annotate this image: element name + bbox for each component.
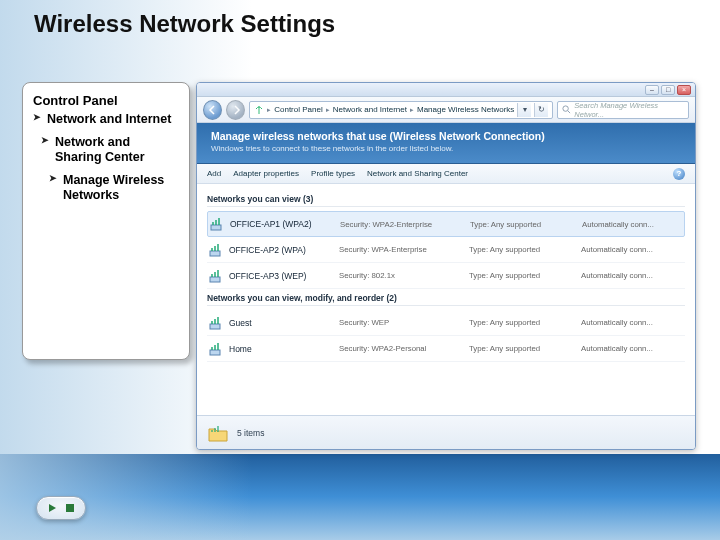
crumb-level-1: Network and Internet [33, 112, 179, 127]
svg-rect-5 [210, 350, 220, 355]
crumb-level-2: Network and Sharing Center [41, 135, 179, 165]
separator-icon: ▸ [410, 106, 414, 114]
network-icon [207, 314, 225, 332]
search-placeholder: Search Manage Wireless Networ... [574, 101, 684, 119]
network-conn: Automatically conn... [581, 245, 685, 254]
crumb[interactable]: Control Panel [274, 105, 322, 114]
network-conn: Automatically conn... [581, 271, 685, 280]
crumb-level-3: Manage Wireless Networks [49, 173, 179, 203]
page-title: Manage wireless networks that use (Wirel… [211, 130, 681, 142]
crumb[interactable]: Network and Internet [333, 105, 407, 114]
network-row[interactable]: OFFICE-AP3 (WEP) Security: 802.1x Type: … [207, 263, 685, 289]
slide-title: Wireless Network Settings [34, 10, 335, 38]
refresh-button[interactable]: ↻ [534, 103, 548, 117]
breadcrumb-panel: Control Panel Network and Internet Netwo… [22, 82, 190, 360]
forward-button[interactable] [226, 100, 245, 120]
toolbar: Add Adapter properties Profile types Net… [197, 164, 695, 184]
status-text: 5 items [237, 428, 264, 438]
network-name: OFFICE-AP2 (WPA) [229, 245, 339, 255]
network-name: OFFICE-AP3 (WEP) [229, 271, 339, 281]
svg-rect-2 [210, 251, 220, 256]
network-name: Guest [229, 318, 339, 328]
close-button[interactable]: × [677, 85, 691, 95]
network-conn: Automatically conn... [581, 344, 685, 353]
arrow-right-icon [231, 105, 241, 115]
section-view-label: Networks you can view (3) [207, 194, 685, 207]
network-security: Security: WPA2-Enterprise [340, 220, 470, 229]
play-icon [46, 502, 58, 514]
page-subtitle: Windows tries to connect to these networ… [211, 144, 681, 153]
separator-icon: ▸ [326, 106, 330, 114]
slide-next-button[interactable] [45, 501, 59, 515]
svg-rect-3 [210, 277, 220, 282]
content-area: Networks you can view (3) OFFICE-AP1 (WP… [197, 184, 695, 362]
network-conn: Automatically conn... [581, 318, 685, 327]
svg-rect-6 [66, 504, 74, 512]
address-bar[interactable]: ▸ Control Panel ▸ Network and Internet ▸… [249, 101, 553, 119]
slide-stop-button[interactable] [63, 501, 77, 515]
window-titlebar: – □ × [197, 83, 695, 97]
network-type: Type: Any supported [469, 271, 581, 280]
network-icon [208, 215, 226, 233]
status-bar: 5 items [197, 415, 695, 449]
arrow-left-icon [208, 105, 218, 115]
network-security: Security: 802.1x [339, 271, 469, 280]
nav-bar: ▸ Control Panel ▸ Network and Internet ▸… [197, 97, 695, 123]
svg-rect-4 [210, 324, 220, 329]
maximize-button[interactable]: □ [661, 85, 675, 95]
network-icon [207, 340, 225, 358]
network-type: Type: Any supported [469, 318, 581, 327]
network-icon [207, 267, 225, 285]
network-type: Type: Any supported [470, 220, 582, 229]
svg-rect-1 [211, 225, 221, 230]
network-security: Security: WPA-Enterprise [339, 245, 469, 254]
search-input[interactable]: Search Manage Wireless Networ... [557, 101, 689, 119]
toolbar-adapter[interactable]: Adapter properties [233, 169, 299, 178]
dropdown-button[interactable]: ▾ [517, 103, 531, 117]
network-icon [207, 241, 225, 259]
back-button[interactable] [203, 100, 222, 120]
toolbar-center[interactable]: Network and Sharing Center [367, 169, 468, 178]
network-type: Type: Any supported [469, 344, 581, 353]
network-security: Security: WEP [339, 318, 469, 327]
search-icon [562, 105, 571, 114]
network-name: OFFICE-AP1 (WPA2) [230, 219, 340, 229]
antenna-icon [254, 105, 264, 115]
network-row[interactable]: Guest Security: WEP Type: Any supported … [207, 310, 685, 336]
network-security: Security: WPA2-Personal [339, 344, 469, 353]
svg-point-0 [563, 106, 568, 111]
network-type: Type: Any supported [469, 245, 581, 254]
toolbar-add[interactable]: Add [207, 169, 221, 178]
crumb[interactable]: Manage Wireless Networks [417, 105, 514, 114]
stop-icon [65, 503, 75, 513]
folder-icon [207, 422, 229, 444]
separator-icon: ▸ [267, 106, 271, 114]
page-header: Manage wireless networks that use (Wirel… [197, 123, 695, 164]
network-conn: Automatically conn... [582, 220, 684, 229]
toolbar-profile[interactable]: Profile types [311, 169, 355, 178]
explorer-window: – □ × ▸ Control Panel ▸ Network and Inte… [196, 82, 696, 450]
network-row[interactable]: Home Security: WPA2-Personal Type: Any s… [207, 336, 685, 362]
minimize-button[interactable]: – [645, 85, 659, 95]
slide: Wireless Network Settings Control Panel … [0, 0, 720, 540]
panel-heading: Control Panel [33, 93, 179, 108]
network-row[interactable]: OFFICE-AP2 (WPA) Security: WPA-Enterpris… [207, 237, 685, 263]
network-row[interactable]: OFFICE-AP1 (WPA2) Security: WPA2-Enterpr… [207, 211, 685, 237]
network-name: Home [229, 344, 339, 354]
section-modify-label: Networks you can view, modify, and reord… [207, 293, 685, 306]
help-icon[interactable]: ? [673, 168, 685, 180]
slide-nav [36, 496, 86, 520]
